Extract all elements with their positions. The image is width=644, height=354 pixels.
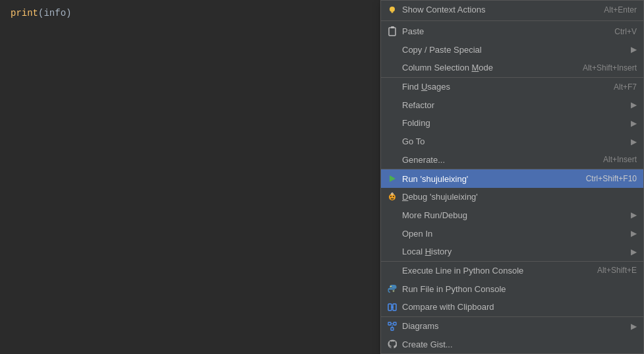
diagrams-icon bbox=[386, 320, 398, 332]
menu-item-refactor[interactable]: Refactor ▶ bbox=[381, 96, 643, 114]
svg-point-0 bbox=[390, 7, 395, 12]
lightbulb-icon bbox=[386, 4, 398, 16]
menu-item-run-shujuleixing[interactable]: Run 'shujuleixing' Ctrl+Shift+F10 bbox=[381, 169, 643, 188]
generate-shortcut: Alt+Insert bbox=[603, 155, 637, 164]
divider-1 bbox=[381, 20, 643, 21]
generate-label: Generate... bbox=[402, 155, 590, 165]
svg-point-9 bbox=[390, 286, 392, 287]
menu-item-open-in[interactable]: Open In ▶ bbox=[381, 224, 643, 243]
code-var: info bbox=[44, 8, 66, 18]
compare-icon bbox=[386, 301, 398, 313]
arrow-icon-6: ▶ bbox=[631, 229, 637, 238]
svg-rect-15 bbox=[388, 322, 391, 325]
paste-icon bbox=[386, 26, 398, 38]
go-to-label: Go To bbox=[402, 136, 628, 146]
debug-icon bbox=[386, 191, 398, 203]
run-shujuleixing-label: Run 'shujuleixing' bbox=[402, 174, 573, 184]
menu-item-execute-line[interactable]: Execute Line in Python Console Alt+Shift… bbox=[381, 262, 643, 280]
folding-label: Folding bbox=[402, 118, 628, 128]
no-icon-8 bbox=[386, 209, 398, 221]
menu-item-generate[interactable]: Generate... Alt+Insert bbox=[381, 150, 643, 169]
svg-point-7 bbox=[393, 196, 394, 197]
no-icon-3 bbox=[386, 81, 398, 93]
menu-item-find-usages[interactable]: Find Usages Alt+F7 bbox=[381, 78, 643, 96]
code-line: print(info) bbox=[11, 7, 370, 20]
svg-rect-3 bbox=[391, 26, 394, 28]
refactor-label: Refactor bbox=[402, 100, 628, 110]
menu-item-diagrams[interactable]: Diagrams ▶ bbox=[381, 317, 643, 336]
paste-label: Paste bbox=[402, 26, 601, 36]
menu-item-run-file-python[interactable]: Run File in Python Console bbox=[381, 280, 643, 298]
menu-item-go-to[interactable]: Go To ▶ bbox=[381, 133, 643, 151]
context-menu: Show Context Actions Alt+Enter Paste Ctr… bbox=[380, 0, 644, 354]
find-usages-label: Find Usages bbox=[402, 82, 600, 92]
no-icon-11 bbox=[386, 264, 398, 276]
create-gist-label: Create Gist... bbox=[402, 339, 637, 349]
svg-rect-17 bbox=[391, 328, 394, 330]
svg-rect-16 bbox=[394, 322, 396, 325]
compare-clipboard-label: Compare with Clipboard bbox=[402, 302, 637, 312]
svg-point-8 bbox=[392, 192, 394, 194]
arrow-icon-2: ▶ bbox=[631, 100, 637, 109]
menu-item-copy-paste-special[interactable]: Copy / Paste Special ▶ bbox=[381, 40, 643, 59]
no-icon-5 bbox=[386, 117, 398, 129]
arrow-icon-3: ▶ bbox=[631, 119, 637, 128]
show-context-actions-shortcut: Alt+Enter bbox=[604, 5, 637, 15]
copy-paste-special-label: Copy / Paste Special bbox=[402, 45, 628, 55]
no-icon-6 bbox=[386, 136, 398, 148]
menu-item-column-selection[interactable]: Column Selection Mode Alt+Shift+Insert bbox=[381, 59, 643, 78]
no-icon-2 bbox=[386, 62, 398, 74]
debug-shujuleixing-label: Debug 'shujuleixing' bbox=[402, 192, 637, 202]
arrow-icon-4: ▶ bbox=[631, 137, 637, 146]
no-icon-9 bbox=[386, 227, 398, 239]
find-usages-shortcut: Alt+F7 bbox=[614, 82, 637, 92]
execute-line-shortcut: Alt+Shift+E bbox=[597, 266, 637, 275]
menu-item-show-context-actions[interactable]: Show Context Actions Alt+Enter bbox=[381, 1, 643, 19]
menu-item-folding[interactable]: Folding ▶ bbox=[381, 114, 643, 133]
arrow-icon-7: ▶ bbox=[631, 247, 637, 256]
menu-item-paste[interactable]: Paste Ctrl+V bbox=[381, 22, 643, 41]
editor-area: print(info) bbox=[0, 0, 380, 354]
svg-rect-2 bbox=[389, 28, 395, 36]
run-shujuleixing-shortcut: Ctrl+Shift+F10 bbox=[586, 174, 637, 183]
github-icon bbox=[386, 338, 398, 350]
run-file-python-label: Run File in Python Console bbox=[402, 284, 637, 294]
no-icon-10 bbox=[386, 246, 398, 258]
menu-item-create-gist[interactable]: Create Gist... bbox=[381, 335, 643, 353]
menu-item-more-run-debug[interactable]: More Run/Debug ▶ bbox=[381, 206, 643, 225]
open-in-label: Open In bbox=[402, 229, 628, 239]
execute-line-label: Execute Line in Python Console bbox=[402, 266, 584, 276]
menu-item-compare-clipboard[interactable]: Compare with Clipboard bbox=[381, 298, 643, 317]
paste-shortcut: Ctrl+V bbox=[614, 27, 637, 36]
column-selection-shortcut: Alt+Shift+Insert bbox=[583, 63, 637, 73]
arrow-icon-8: ▶ bbox=[631, 322, 637, 331]
python-icon bbox=[386, 283, 398, 295]
code-function: print bbox=[11, 8, 38, 18]
more-run-debug-label: More Run/Debug bbox=[402, 210, 628, 220]
arrow-icon-5: ▶ bbox=[631, 210, 637, 220]
column-selection-label: Column Selection Mode bbox=[402, 63, 570, 73]
no-icon-1 bbox=[386, 44, 398, 55]
local-history-label: Local History bbox=[402, 247, 628, 256]
menu-item-local-history[interactable]: Local History ▶ bbox=[381, 243, 643, 262]
no-icon-7 bbox=[386, 154, 398, 165]
svg-marker-4 bbox=[390, 175, 395, 182]
svg-point-6 bbox=[390, 196, 392, 197]
run-icon bbox=[386, 173, 398, 185]
menu-item-debug-shujuleixing[interactable]: Debug 'shujuleixing' bbox=[381, 188, 643, 206]
show-context-actions-label: Show Context Actions bbox=[402, 5, 591, 15]
arrow-icon-1: ▶ bbox=[631, 45, 637, 54]
no-icon-4 bbox=[386, 99, 398, 111]
svg-rect-1 bbox=[392, 12, 394, 13]
diagrams-label: Diagrams bbox=[402, 321, 628, 331]
svg-point-10 bbox=[393, 291, 394, 292]
